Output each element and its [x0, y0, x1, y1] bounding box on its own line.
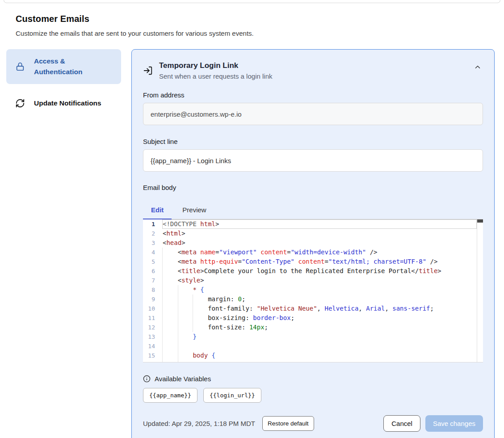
code-line-content: body { [162, 351, 215, 360]
code-line-content: <meta name="viewport" content="width=dev… [162, 248, 378, 257]
editor-scrollbar-thumb[interactable] [477, 219, 483, 223]
available-variables-header: Available Variables [143, 375, 483, 383]
line-number: 13 [143, 332, 162, 341]
code-line-content: <!DOCTYPE html> [162, 219, 219, 229]
line-number: 7 [143, 276, 162, 285]
code-line[interactable]: 6 <title>Complete your login to the Repl… [143, 266, 483, 276]
variable-chip[interactable]: {{login_url}} [203, 388, 261, 403]
info-icon[interactable] [143, 375, 151, 383]
code-line[interactable]: 10 font-family: "Helvetica Neue", Helvet… [143, 304, 483, 313]
sidebar-item-update-notifications[interactable]: Update Notifications [6, 91, 121, 115]
line-number: 9 [143, 295, 162, 304]
code-line[interactable]: 5 <meta http-equiv="Content-Type" conten… [143, 257, 483, 266]
code-line-content: <meta http-equiv="Content-Type" content=… [162, 257, 437, 266]
code-line-content: <style> [162, 276, 204, 285]
editor-tabbar: EditPreview [143, 202, 483, 219]
panel-header: Temporary Login Link Sent when a user re… [143, 61, 483, 80]
code-line[interactable]: 8 * { [143, 285, 483, 295]
page-subtitle: Customize the emails that are sent to yo… [16, 29, 488, 37]
subject-line-label: Subject line [143, 138, 483, 145]
line-number: 6 [143, 266, 162, 276]
code-line-content: <html> [162, 229, 185, 238]
editor-scrollbar[interactable] [477, 219, 483, 362]
code-line[interactable]: 14 [143, 341, 483, 351]
line-number: 3 [143, 238, 162, 248]
code-line[interactable]: 7 <style> [143, 276, 483, 285]
refresh-icon [15, 98, 25, 108]
page-header: Customer Emails Customize the emails tha… [0, 14, 504, 37]
variable-chip[interactable]: {{app_name}} [143, 388, 197, 403]
code-line[interactable]: 2<html> [143, 229, 483, 238]
code-line[interactable]: 1<!DOCTYPE html> [143, 219, 483, 229]
code-line[interactable]: 15 body { [143, 351, 483, 360]
code-line[interactable]: 12 font-size: 14px; [143, 323, 483, 332]
email-body-label: Email body [143, 184, 483, 191]
email-template-panel: Temporary Login Link Sent when a user re… [131, 49, 495, 438]
subject-line-input[interactable] [143, 149, 483, 172]
variable-chips: {{app_name}}{{login_url}} [143, 388, 483, 403]
code-line[interactable]: 3<head> [143, 238, 483, 248]
restore-default-button[interactable]: Restore default [262, 416, 314, 431]
line-number: 2 [143, 229, 162, 238]
panel-title: Temporary Login Link [159, 61, 466, 70]
code-line-content: <head> [162, 238, 185, 248]
cancel-button[interactable]: Cancel [383, 415, 420, 432]
line-number: 4 [143, 248, 162, 257]
from-address-label: From address [143, 91, 483, 99]
line-number: 15 [143, 351, 162, 360]
code-editor-lines: 1<!DOCTYPE html>2<html>3<head>4 <meta na… [143, 219, 483, 362]
sidebar-item-label: Access & Authentication [34, 56, 112, 77]
line-number: 1 [143, 219, 162, 229]
tab-edit[interactable]: Edit [143, 202, 172, 219]
line-number: 8 [143, 285, 162, 295]
code-line[interactable]: 16 background-color: #ffffff; [143, 360, 483, 362]
line-number: 12 [143, 323, 162, 332]
login-icon [143, 66, 153, 76]
page-title: Customer Emails [16, 14, 488, 24]
line-number: 11 [143, 313, 162, 323]
sidebar-item-access-authentication[interactable]: Access & Authentication [6, 49, 121, 84]
collapse-button[interactable] [472, 62, 483, 73]
from-address-input[interactable] [143, 103, 483, 125]
save-changes-button[interactable]: Save changes [425, 415, 483, 432]
tab-preview[interactable]: Preview [174, 202, 214, 219]
code-line-content: } [162, 332, 197, 341]
updated-timestamp: Updated: Apr 29, 2025, 1:18 PM MDT [143, 420, 255, 427]
line-number: 5 [143, 257, 162, 266]
code-line-content: box-sizing: border-box; [162, 313, 294, 323]
sidebar-item-label: Update Notifications [34, 98, 101, 109]
code-line[interactable]: 11 box-sizing: border-box; [143, 313, 483, 323]
code-line-content: font-size: 14px; [162, 323, 268, 332]
panel-subtitle: Sent when a user requests a login link [159, 72, 466, 80]
code-line-content: background-color: #ffffff; [162, 360, 306, 362]
code-line-content: <title>Complete your login to the Replic… [162, 266, 441, 276]
code-line[interactable]: 13 } [143, 332, 483, 341]
code-line[interactable]: 4 <meta name="viewport" content="width=d… [143, 248, 483, 257]
line-number: 16 [143, 360, 162, 362]
code-line-content: * { [162, 285, 204, 295]
previous-card-bottom-edge [4, 0, 500, 3]
chevron-up-icon [474, 66, 482, 72]
code-line-content [162, 341, 163, 351]
line-number: 10 [143, 304, 162, 313]
line-number: 14 [143, 341, 162, 351]
sidebar: Access & AuthenticationUpdate Notificati… [6, 49, 121, 115]
panel-footer: Updated: Apr 29, 2025, 1:18 PM MDT Resto… [143, 415, 483, 432]
code-editor[interactable]: 1<!DOCTYPE html>2<html>3<head>4 <meta na… [143, 219, 483, 362]
code-line-content: margin: 0; [162, 295, 245, 304]
code-line[interactable]: 9 margin: 0; [143, 295, 483, 304]
available-variables-label: Available Variables [155, 375, 211, 383]
code-line-content: font-family: "Helvetica Neue", Helvetica… [162, 304, 434, 313]
lock-icon [15, 62, 25, 72]
